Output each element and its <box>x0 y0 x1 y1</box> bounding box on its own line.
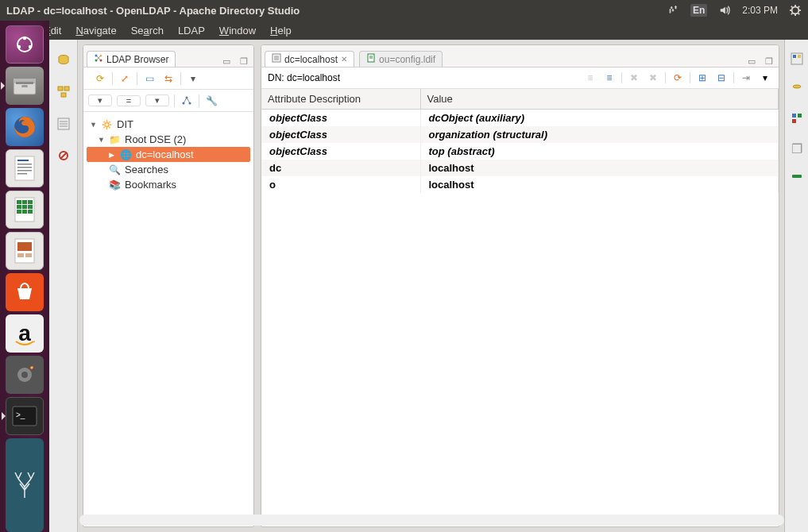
delete-icon[interactable]: ✖ <box>627 71 641 85</box>
svg-rect-29 <box>17 205 21 209</box>
table-row[interactable]: dclocalhost <box>261 160 779 176</box>
tree-dc-localhost[interactable]: ▶ 🌐 dc=localhost <box>87 147 250 162</box>
svg-rect-88 <box>792 175 802 178</box>
menu-help[interactable]: Help <box>264 23 298 38</box>
launcher-settings[interactable] <box>6 356 44 394</box>
filter-drop-1[interactable]: ▾ <box>88 94 112 106</box>
system-gear-icon[interactable] <box>789 4 802 17</box>
svg-rect-27 <box>22 200 27 204</box>
attr-cell[interactable]: o <box>261 176 420 193</box>
wrench-icon[interactable]: 🔧 <box>204 94 218 108</box>
launcher-software[interactable] <box>6 273 44 311</box>
col-value-header[interactable]: Value <box>420 89 779 110</box>
entry-editor-panel: dc=localhost ✕ ou=config.ldif ▭ ❐ DN: dc… <box>261 44 779 527</box>
tree-root-dse[interactable]: ▼ 📁 Root DSE (2) <box>87 132 250 147</box>
trim-ldap-icon[interactable] <box>56 52 72 68</box>
attr-cell[interactable]: objectClass <box>261 143 420 160</box>
launcher-files[interactable] <box>6 67 44 105</box>
outline-right-icon[interactable] <box>791 113 802 127</box>
table-row[interactable]: objectClassorganization (structural) <box>261 126 779 143</box>
maximize-view-icon[interactable]: ❐ <box>238 56 250 67</box>
menu-navigate[interactable]: Navigate <box>69 23 122 38</box>
ldap-tree: ▼ 🔅 DIT ▼ 📁 Root DSE (2) ▶ 🌐 dc=localhos… <box>83 112 253 526</box>
svg-rect-26 <box>17 200 21 204</box>
ldap-browser-panel: LDAP Browser ▭ ❐ ⟳ ⤢ ▭ ⇆ ▾ ▾ = ▾ <box>83 44 254 527</box>
minimize-editor-icon[interactable]: ▭ <box>745 56 758 67</box>
editor-tabbar: dc=localhost ✕ ou=config.ldif ▭ ❐ <box>261 45 779 67</box>
launcher-writer[interactable] <box>6 149 44 187</box>
bottom-scrollbar[interactable] <box>79 515 784 526</box>
expand-icon[interactable]: ⊞ <box>695 71 709 85</box>
svg-line-62 <box>60 152 67 159</box>
center-area: LDAP Browser ▭ ❐ ⟳ ⤢ ▭ ⇆ ▾ ▾ = ▾ <box>78 40 784 532</box>
delete-all-icon[interactable]: ✖ <box>646 71 660 85</box>
menu-window[interactable]: Window <box>213 23 262 38</box>
app-menu-bar: File Edit Navigate Search LDAP Window He… <box>0 21 808 40</box>
trim-connections-icon[interactable] <box>56 84 72 100</box>
align-left-icon[interactable]: ≡ <box>583 71 597 85</box>
editor-tab-inactive[interactable]: ou=config.ldif <box>359 51 443 67</box>
quick-filter-icon[interactable]: ⇥ <box>739 71 753 85</box>
expand-arrow-icon[interactable]: ▶ <box>109 151 117 159</box>
keyboard-lang-indicator[interactable]: En <box>690 4 707 17</box>
expand-arrow-icon[interactable]: ▼ <box>98 136 106 144</box>
refresh-icon[interactable]: ⟳ <box>93 71 107 86</box>
restore-right-icon[interactable]: ❐ <box>791 141 802 156</box>
value-cell[interactable]: top (abstract) <box>420 143 779 160</box>
refresh-entry-icon[interactable]: ⟳ <box>671 71 685 85</box>
ldap-perspective-icon[interactable] <box>791 83 803 98</box>
value-cell[interactable]: organization (structural) <box>420 126 779 143</box>
trim-outline-icon[interactable] <box>56 116 72 132</box>
perspective-icon[interactable] <box>791 52 803 68</box>
collapse-all-icon[interactable]: ⊟ <box>714 71 729 85</box>
svg-rect-22 <box>17 167 32 168</box>
align-icon[interactable]: ≡ <box>602 71 617 85</box>
launcher-calc[interactable] <box>6 191 44 229</box>
svg-point-84 <box>793 85 801 88</box>
launcher-amazon[interactable]: a <box>6 314 44 353</box>
progress-icon[interactable] <box>791 171 802 185</box>
value-cell[interactable]: localhost <box>420 160 779 176</box>
value-cell[interactable]: localhost <box>420 176 779 193</box>
svg-rect-54 <box>58 87 63 91</box>
browser-tab[interactable]: LDAP Browser <box>87 51 176 67</box>
trim-mod-icon[interactable] <box>56 148 72 164</box>
unity-launcher: a >_ <box>0 21 49 532</box>
tree-dc-localhost-label: dc=localhost <box>136 148 194 160</box>
editor-tab-active[interactable]: dc=localhost ✕ <box>265 51 354 67</box>
launcher-directory-studio[interactable] <box>6 438 44 532</box>
expand-arrow-icon[interactable]: ▼ <box>90 121 98 129</box>
minimize-view-icon[interactable]: ▭ <box>220 56 233 67</box>
tree-bookmarks[interactable]: 📚 Bookmarks <box>87 177 250 192</box>
link-icon[interactable]: ▭ <box>142 71 157 86</box>
value-cell[interactable]: dcObject (auxiliary) <box>420 110 779 127</box>
launcher-firefox[interactable] <box>6 108 44 146</box>
menu-ldap[interactable]: LDAP <box>172 23 211 38</box>
col-attr-header[interactable]: Attribute Description <box>261 89 420 110</box>
table-row[interactable]: olocalhost <box>261 176 779 193</box>
network-icon[interactable] <box>667 4 679 17</box>
collapse-icon[interactable]: ⤢ <box>118 71 132 86</box>
attr-cell[interactable]: objectClass <box>261 110 420 127</box>
sound-icon[interactable] <box>718 4 731 17</box>
maximize-editor-icon[interactable]: ❐ <box>763 56 775 67</box>
menu-search[interactable]: Search <box>125 23 170 38</box>
filter-drop-2[interactable]: ▾ <box>145 94 169 106</box>
tree-searches[interactable]: 🔍 Searches <box>87 162 250 177</box>
svg-line-7 <box>798 13 800 15</box>
close-icon[interactable]: ✕ <box>341 55 347 64</box>
filter-eq[interactable]: = <box>117 95 141 106</box>
table-row[interactable]: objectClasstop (abstract) <box>261 143 779 160</box>
hierarchy-icon[interactable] <box>180 94 194 108</box>
launcher-dash[interactable] <box>6 25 44 64</box>
attr-cell[interactable]: objectClass <box>261 126 420 143</box>
link-editor-icon[interactable]: ⇆ <box>161 71 176 86</box>
view-menu-icon[interactable]: ▾ <box>186 71 200 86</box>
launcher-terminal[interactable]: >_ <box>6 397 44 435</box>
launcher-impress[interactable] <box>6 232 44 270</box>
attr-cell[interactable]: dc <box>261 160 420 176</box>
clock[interactable]: 2:03 PM <box>742 5 778 16</box>
entry-menu-icon[interactable]: ▾ <box>758 71 772 85</box>
tree-dit[interactable]: ▼ 🔅 DIT <box>87 117 250 132</box>
table-row[interactable]: objectClassdcObject (auxiliary) <box>261 110 779 127</box>
